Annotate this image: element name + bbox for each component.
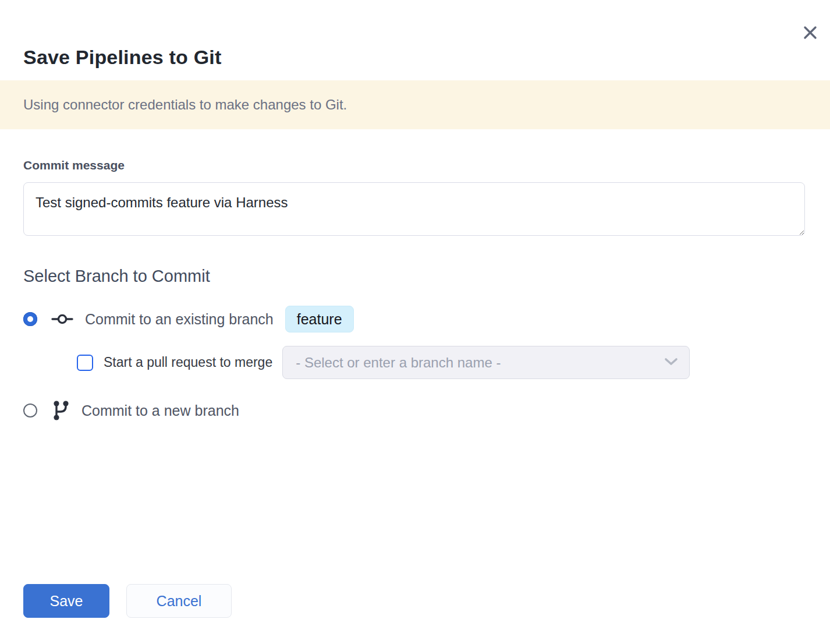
save-button[interactable]: Save [23,584,109,618]
dialog-footer: Save Cancel [23,584,232,618]
pull-request-label[interactable]: Start a pull request to merge [104,355,272,370]
git-branch-icon [51,399,70,422]
target-branch-placeholder: - Select or enter a branch name - [296,355,664,371]
select-branch-heading: Select Branch to Commit [23,266,807,286]
info-banner-text: Using connector credentials to make chan… [23,97,347,113]
new-branch-radio[interactable] [23,404,37,417]
commit-message-input[interactable]: Test signed-commits feature via Harness [23,182,805,236]
close-icon [801,23,820,42]
commit-message-label: Commit message [23,158,807,172]
info-banner: Using connector credentials to make chan… [0,80,830,129]
chevron-down-icon [664,356,679,369]
cancel-button[interactable]: Cancel [126,584,232,618]
new-branch-option-row: Commit to a new branch [23,398,807,423]
new-branch-label[interactable]: Commit to a new branch [81,402,239,419]
page-title: Save Pipelines to Git [0,0,830,70]
git-commit-icon [51,312,73,327]
close-button[interactable] [801,23,820,42]
save-pipelines-dialog: Save Pipelines to Git Using connector cr… [0,0,830,644]
existing-branch-label[interactable]: Commit to an existing branch [85,311,274,328]
dialog-body: Commit message Test signed-commits featu… [0,158,830,423]
existing-branch-option-row: Commit to an existing branch feature [23,306,807,332]
existing-branch-radio[interactable] [23,312,37,326]
branch-badge[interactable]: feature [285,306,354,332]
target-branch-select[interactable]: - Select or enter a branch name - [282,346,690,379]
pull-request-checkbox[interactable] [77,355,93,371]
pull-request-row: Start a pull request to merge - Select o… [77,346,807,379]
